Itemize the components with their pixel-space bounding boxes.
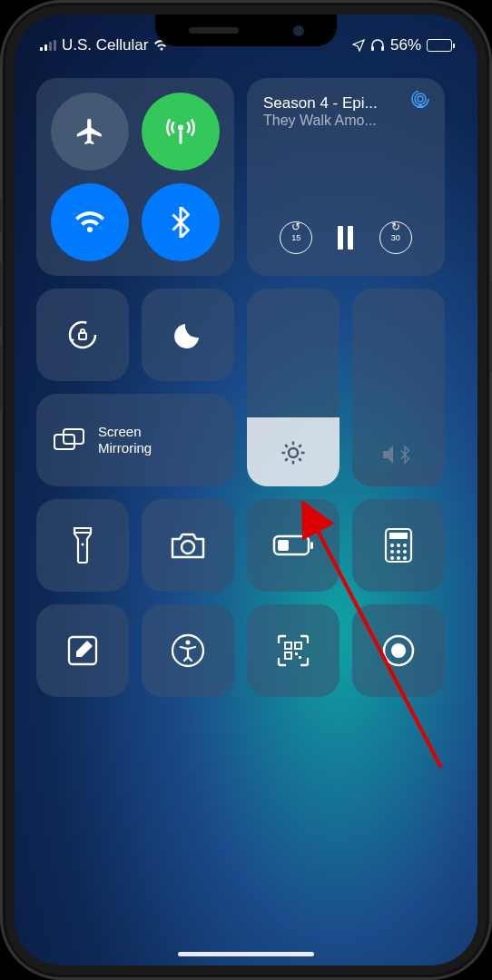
- svg-line-16: [299, 458, 301, 461]
- camera-button[interactable]: [142, 499, 234, 592]
- screen-mirroring-icon: [53, 426, 87, 454]
- svg-point-4: [415, 93, 426, 104]
- qr-code-icon: [275, 632, 311, 669]
- screen-mirroring-label: Screen Mirroring: [98, 424, 152, 456]
- svg-point-27: [390, 544, 394, 547]
- svg-point-30: [390, 550, 394, 554]
- battery-percentage: 56%: [390, 36, 421, 54]
- media-subtitle: They Walk Amo...: [263, 113, 428, 129]
- svg-point-10: [289, 448, 298, 457]
- airplane-icon: [74, 116, 105, 147]
- accessibility-button[interactable]: [142, 604, 234, 697]
- wifi-icon: [74, 210, 106, 235]
- svg-rect-26: [389, 533, 408, 539]
- media-title: Season 4 - Epi...: [263, 94, 428, 113]
- notch: [155, 15, 337, 46]
- flashlight-icon: [71, 526, 94, 564]
- svg-rect-7: [79, 333, 86, 339]
- wifi-button[interactable]: [51, 183, 129, 261]
- svg-line-18: [299, 445, 301, 447]
- cellular-data-button[interactable]: [142, 93, 220, 171]
- svg-point-31: [397, 550, 400, 554]
- low-power-mode-button[interactable]: [247, 499, 339, 592]
- svg-rect-39: [285, 642, 291, 649]
- carrier-label: U.S. Cellular: [62, 36, 148, 54]
- svg-point-34: [397, 556, 400, 560]
- notes-button[interactable]: [36, 604, 129, 697]
- svg-rect-24: [278, 540, 289, 551]
- calculator-icon: [384, 527, 413, 564]
- volume-down-button: [0, 345, 2, 408]
- skip-back-button[interactable]: ↺ 15: [280, 221, 312, 254]
- location-icon: [352, 39, 365, 52]
- svg-point-45: [391, 643, 406, 658]
- svg-point-28: [397, 544, 400, 547]
- svg-rect-0: [371, 46, 374, 51]
- home-indicator[interactable]: [178, 952, 314, 956]
- orientation-lock-button[interactable]: [36, 289, 129, 381]
- do-not-disturb-button[interactable]: [142, 289, 234, 381]
- qr-scanner-button[interactable]: [247, 604, 339, 697]
- volume-up-button: [0, 263, 2, 327]
- svg-rect-42: [295, 652, 298, 655]
- airplay-icon[interactable]: [410, 91, 430, 109]
- airplane-mode-button[interactable]: [51, 93, 129, 171]
- connectivity-panel[interactable]: [36, 78, 234, 276]
- svg-point-3: [418, 96, 423, 102]
- screen: U.S. Cellular 56%: [15, 15, 477, 965]
- volume-bluetooth-icon: [381, 443, 416, 466]
- flashlight-button[interactable]: [36, 499, 129, 592]
- forward-arrow-icon: ↻: [391, 220, 400, 233]
- mute-switch: [0, 200, 2, 231]
- pause-button[interactable]: [338, 226, 353, 250]
- cellular-signal-icon: [40, 40, 56, 51]
- svg-line-17: [285, 458, 288, 461]
- phone-frame: U.S. Cellular 56%: [0, 0, 492, 980]
- record-icon: [380, 632, 417, 669]
- svg-line-15: [285, 445, 288, 447]
- svg-rect-41: [285, 652, 291, 659]
- bluetooth-button[interactable]: [142, 183, 220, 261]
- battery-icon: [272, 534, 314, 556]
- rewind-arrow-icon: ↺: [291, 220, 300, 233]
- front-camera: [293, 25, 304, 36]
- svg-rect-43: [299, 656, 301, 659]
- svg-point-32: [403, 550, 407, 554]
- skip-forward-button[interactable]: ↻ 30: [379, 221, 412, 254]
- earpiece-speaker: [189, 27, 239, 34]
- notes-icon: [65, 633, 100, 668]
- antenna-icon: [164, 115, 197, 148]
- svg-point-2: [178, 125, 183, 131]
- brightness-icon: [280, 439, 307, 466]
- svg-point-21: [182, 541, 194, 554]
- svg-point-35: [403, 556, 407, 560]
- svg-rect-1: [381, 46, 384, 51]
- volume-slider[interactable]: [352, 289, 445, 486]
- svg-rect-40: [295, 642, 301, 649]
- svg-point-29: [403, 544, 407, 547]
- moon-icon: [172, 318, 204, 351]
- camera-icon: [169, 530, 207, 561]
- headphones-icon: [370, 39, 385, 52]
- media-panel[interactable]: Season 4 - Epi... They Walk Amo... ↺ 15 …: [247, 78, 445, 276]
- battery-icon: [427, 39, 452, 52]
- screen-recording-button[interactable]: [352, 604, 445, 697]
- brightness-slider[interactable]: [247, 289, 339, 486]
- svg-rect-23: [310, 542, 313, 549]
- accessibility-icon: [170, 632, 206, 669]
- svg-point-33: [390, 556, 394, 560]
- svg-point-20: [82, 544, 84, 546]
- svg-point-38: [186, 641, 191, 645]
- screen-mirroring-button[interactable]: Screen Mirroring: [36, 394, 234, 486]
- rotation-lock-icon: [64, 316, 102, 354]
- bluetooth-icon: [171, 207, 191, 238]
- calculator-button[interactable]: [352, 499, 445, 592]
- svg-point-6: [70, 322, 95, 348]
